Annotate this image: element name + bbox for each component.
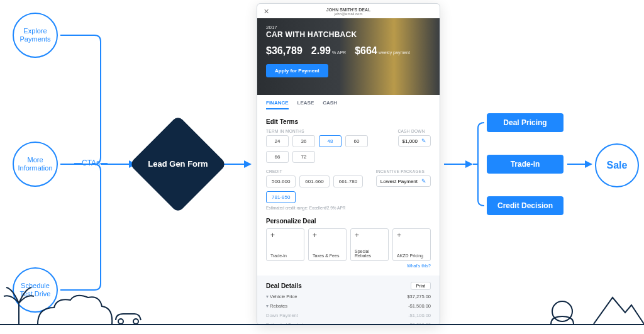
edit-terms-heading: Edit Terms — [266, 118, 431, 125]
personalize-card-rebates[interactable]: +Special Rebates — [350, 228, 389, 261]
plus-icon: + — [313, 231, 342, 239]
cta-explore-payments[interactable]: Explore Payments — [13, 13, 58, 58]
apply-for-payment-button[interactable]: Apply for Payment — [266, 64, 328, 77]
svg-marker-3 — [585, 160, 592, 168]
detail-row: Down Payment-$1,100.00 — [266, 313, 431, 318]
incentive-label: INCENTIVE PACKAGES — [376, 169, 431, 174]
term-options: 24 36 48 60 66 72 — [266, 135, 392, 163]
cta-label: More Information — [18, 156, 53, 172]
apr-suffix: % APR — [332, 50, 346, 55]
deal-details-heading: Deal Details — [266, 282, 302, 289]
personalize-card-tradein[interactable]: +Trade-in — [266, 228, 304, 261]
sale-node: Sale — [595, 143, 639, 187]
app-header: ✕ JOHN SMITH'S DEAL john@email.com — [257, 4, 440, 18]
credit-chip[interactable]: 661-780 — [333, 175, 363, 187]
lead-gen-label: Lead Gen Form — [148, 159, 208, 169]
plus-icon: + — [270, 231, 300, 239]
incentive-value: Lowest Payment — [380, 179, 418, 184]
pill-credit-decision: Credit Decision — [487, 196, 564, 215]
weekly-value: $664 — [355, 45, 377, 56]
close-icon[interactable]: ✕ — [264, 8, 269, 16]
pill-trade-in: Trade-in — [487, 155, 564, 174]
vehicle-year: 2017 — [266, 25, 431, 30]
credit-chip[interactable]: 781-850 — [266, 191, 296, 203]
credit-label: CREDIT — [266, 169, 370, 174]
pencil-icon[interactable]: ✎ — [421, 178, 426, 184]
deal-app-mock: ✕ JOHN SMITH'S DEAL john@email.com 2017 … — [257, 3, 440, 325]
term-chip[interactable]: 48 — [319, 135, 341, 147]
cashdown-value: $1,000 — [402, 138, 418, 144]
credit-footnote: Estimated credit range: Excellent/2.9% A… — [266, 206, 431, 210]
incentive-select[interactable]: Lowest Payment ✎ — [376, 175, 431, 187]
lead-gen-form-node: Lead Gen Form — [143, 130, 213, 199]
term-chip[interactable]: 66 — [266, 151, 289, 163]
personalize-heading: Personalize Deal — [266, 218, 431, 225]
term-chip[interactable]: 36 — [292, 135, 315, 147]
term-chip[interactable]: 72 — [292, 151, 315, 163]
vehicle-price: $36,789 — [266, 45, 303, 57]
vehicle-hero: 2017 CAR WITH HATCHBACK $36,789 2.99% AP… — [257, 18, 440, 95]
cashdown-input[interactable]: $1,000 ✎ — [398, 135, 431, 147]
term-label: TERM IN MONTHS — [266, 129, 392, 133]
svg-point-5 — [133, 319, 138, 324]
payment-tabs: FINANCE LEASE CASH — [257, 95, 440, 111]
personalize-section: Personalize Deal +Trade-in +Taxes & Fees… — [257, 210, 440, 268]
svg-marker-1 — [244, 160, 252, 168]
credit-options: 500-600 601-660 661-780 781-850 — [266, 175, 370, 203]
credit-chip[interactable]: 601-660 — [299, 175, 329, 187]
svg-marker-2 — [465, 160, 473, 168]
detail-row: ▾ Rebates-$1,500.00 — [266, 303, 431, 309]
tab-finance[interactable]: FINANCE — [266, 100, 289, 106]
scenery-right — [537, 275, 644, 325]
detail-row: ▾ Vehicle Price$37,275.00 — [266, 294, 431, 299]
term-chip[interactable]: 60 — [345, 135, 368, 147]
pencil-icon[interactable]: ✎ — [421, 138, 426, 144]
apr-value: 2.99 — [311, 45, 331, 56]
edit-terms-section: Edit Terms TERM IN MONTHS 24 36 48 60 66… — [257, 111, 440, 210]
deal-owner: JOHN SMITH'S DEAL — [264, 8, 433, 12]
scenery-left — [0, 269, 151, 325]
svg-point-6 — [552, 301, 572, 321]
deal-email: john@email.com — [264, 12, 433, 16]
tab-cash[interactable]: CASH — [323, 100, 337, 106]
tab-lease[interactable]: LEASE — [297, 100, 314, 106]
ctas-label: —CTAs— — [74, 159, 108, 167]
personalize-card-taxes[interactable]: +Taxes & Fees — [308, 228, 347, 261]
whats-this-link[interactable]: What's this? — [266, 264, 431, 268]
svg-point-4 — [118, 319, 123, 324]
deal-details-section: Deal Details Print ▾ Vehicle Price$37,27… — [257, 276, 440, 325]
personalize-card-akzd[interactable]: +AKZD Pricing — [392, 228, 431, 261]
plus-icon: + — [397, 231, 426, 239]
cta-more-information[interactable]: More Information — [13, 142, 58, 187]
cta-label: Explore Payments — [18, 27, 53, 43]
pill-deal-pricing: Deal Pricing — [487, 113, 564, 132]
term-chip[interactable]: 24 — [266, 135, 289, 147]
sale-label: Sale — [607, 160, 628, 171]
cashdown-label: CASH DOWN — [398, 129, 431, 133]
plus-icon: + — [355, 231, 384, 239]
vehicle-title: CAR WITH HATCHBACK — [266, 30, 431, 39]
credit-chip[interactable]: 500-600 — [266, 175, 296, 187]
print-button[interactable]: Print — [411, 282, 431, 290]
weekly-suffix: weekly payment — [379, 50, 410, 55]
